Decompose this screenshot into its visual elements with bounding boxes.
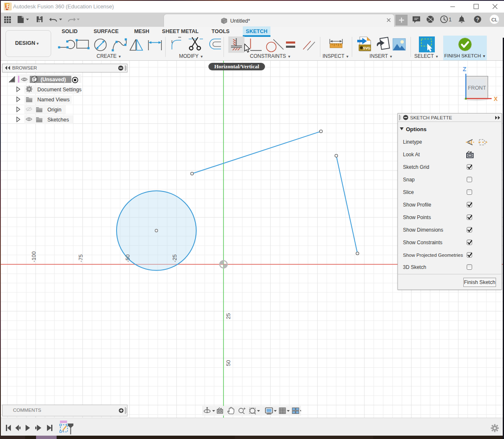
svg-text:-100: -100: [31, 251, 37, 262]
svg-text:X: X: [494, 96, 498, 102]
svg-text:Z: Z: [463, 66, 467, 72]
svg-text:-75: -75: [78, 254, 84, 262]
svg-text:25: 25: [225, 313, 231, 319]
svg-text:1: 1: [449, 17, 452, 23]
svg-text:SVG: SVG: [363, 46, 371, 50]
svg-text:CL: CL: [491, 17, 498, 22]
svg-text:50: 50: [225, 360, 231, 366]
svg-text:?: ?: [476, 17, 479, 23]
svg-text:-50: -50: [125, 254, 131, 262]
svg-text:FRONT: FRONT: [468, 85, 486, 91]
svg-text:-25: -25: [171, 254, 178, 262]
